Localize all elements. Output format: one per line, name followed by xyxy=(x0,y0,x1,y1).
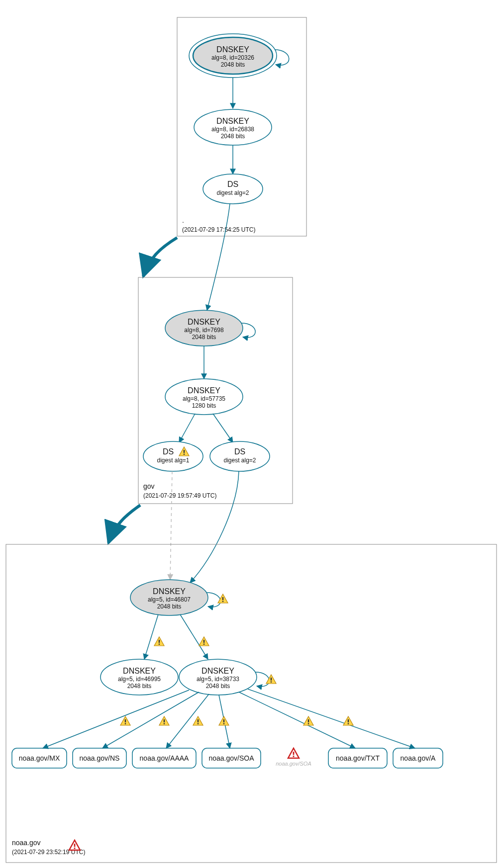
rrset-txt[interactable]: noaa.gov/TXT xyxy=(328,748,387,768)
node-root-ksk[interactable]: DNSKEY alg=8, id=20326 2048 bits xyxy=(189,34,277,78)
warning-icon xyxy=(303,716,313,725)
edge-noaaksk-zsk1 xyxy=(144,614,158,659)
rrset-ns[interactable]: noaa.gov/NS xyxy=(73,748,126,768)
svg-text:alg=8, id=26838: alg=8, id=26838 xyxy=(211,126,254,133)
svg-text:DS: DS xyxy=(234,447,245,456)
svg-text:alg=5, id=46995: alg=5, id=46995 xyxy=(118,676,161,683)
svg-text:alg=8, id=7698: alg=8, id=7698 xyxy=(184,327,224,334)
dnssec-graph: . (2021-07-29 17:54:25 UTC) DNSKEY alg=8… xyxy=(0,0,503,868)
zone-label-root: . xyxy=(182,216,184,224)
svg-text:alg=5, id=38733: alg=5, id=38733 xyxy=(197,676,239,683)
edge-rootds-govksk xyxy=(207,204,230,310)
svg-text:noaa.gov/TXT: noaa.gov/TXT xyxy=(336,754,380,762)
svg-text:noaa.gov/SOA: noaa.gov/SOA xyxy=(208,754,254,762)
svg-text:DS: DS xyxy=(163,447,174,456)
svg-text:2048 bits: 2048 bits xyxy=(221,133,245,140)
warning-icon xyxy=(199,637,209,646)
node-root-zsk[interactable]: DNSKEY alg=8, id=26838 2048 bits xyxy=(194,109,272,145)
delegation-root-to-gov xyxy=(143,238,177,276)
zone-timestamp-gov: (2021-07-29 19:57:49 UTC) xyxy=(143,492,216,499)
delegation-gov-to-noaa xyxy=(108,505,140,543)
node-noaa-zsk1[interactable]: DNSKEY alg=5, id=46995 2048 bits xyxy=(101,659,178,695)
warning-icon xyxy=(343,716,353,725)
svg-text:2048 bits: 2048 bits xyxy=(206,683,230,690)
svg-text:alg=8, id=57735: alg=8, id=57735 xyxy=(183,395,225,402)
edge-govzsk-ds2 xyxy=(213,414,233,442)
node-noaa-ksk[interactable]: DNSKEY alg=5, id=46807 2048 bits xyxy=(130,580,208,615)
edge-zsk2-mx xyxy=(43,690,189,748)
edge-zsk2-ns xyxy=(102,692,199,748)
error-icon xyxy=(69,840,80,850)
svg-text:2048 bits: 2048 bits xyxy=(157,603,182,610)
warning-icon xyxy=(193,716,203,725)
svg-text:noaa.gov/A: noaa.gov/A xyxy=(401,754,436,762)
edge-zsk2-txt xyxy=(239,692,355,748)
svg-text:digest alg=2: digest alg=2 xyxy=(216,189,249,196)
svg-text:digest alg=1: digest alg=1 xyxy=(157,457,189,464)
svg-text:DNSKEY: DNSKEY xyxy=(201,667,234,675)
zone-label-gov: gov xyxy=(143,482,155,490)
rrset-a[interactable]: noaa.gov/A xyxy=(393,748,443,768)
svg-point-13 xyxy=(203,174,263,204)
svg-point-24 xyxy=(143,441,203,471)
node-gov-ds1[interactable]: DS digest alg=1 xyxy=(143,441,203,471)
svg-text:noaa.gov/MX: noaa.gov/MX xyxy=(19,754,60,762)
svg-text:alg=5, id=46807: alg=5, id=46807 xyxy=(148,596,191,603)
rrset-aaaa[interactable]: noaa.gov/AAAA xyxy=(132,748,196,768)
self-loop-noaa-zsk2 xyxy=(255,672,269,687)
self-loop-noaa-ksk xyxy=(206,593,220,607)
warning-icon xyxy=(219,716,229,725)
rrset-soa-error[interactable]: noaa.gov/SOA xyxy=(276,748,311,767)
rrset-soa[interactable]: noaa.gov/SOA xyxy=(202,748,261,768)
svg-text:DS: DS xyxy=(227,180,238,188)
zone-label-noaa: noaa.gov xyxy=(12,839,41,847)
svg-text:2048 bits: 2048 bits xyxy=(192,334,216,341)
node-gov-ksk[interactable]: DNSKEY alg=8, id=7698 2048 bits xyxy=(165,310,243,346)
svg-point-27 xyxy=(210,441,270,471)
svg-text:DNSKEY: DNSKEY xyxy=(188,318,220,326)
edge-govds2-noaaksk xyxy=(190,471,239,583)
svg-text:1280 bits: 1280 bits xyxy=(192,402,216,409)
svg-text:DNSKEY: DNSKEY xyxy=(123,667,156,675)
edge-govzsk-ds1 xyxy=(179,414,195,442)
error-icon xyxy=(288,748,299,758)
svg-text:DNSKEY: DNSKEY xyxy=(216,117,249,125)
svg-text:DNSKEY: DNSKEY xyxy=(153,587,186,596)
self-loop-gov-ksk xyxy=(241,323,255,338)
edge-zsk2-a xyxy=(248,689,415,748)
svg-text:noaa.gov/NS: noaa.gov/NS xyxy=(80,754,120,762)
edge-zsk2-aaaa xyxy=(166,694,209,748)
svg-text:noaa.gov/AAAA: noaa.gov/AAAA xyxy=(140,754,190,762)
zone-box-noaa xyxy=(6,544,497,863)
zone-timestamp-root: (2021-07-29 17:54:25 UTC) xyxy=(182,226,255,233)
warning-icon xyxy=(218,594,228,603)
svg-text:DNSKEY: DNSKEY xyxy=(216,45,249,54)
svg-text:2048 bits: 2048 bits xyxy=(221,61,245,68)
svg-text:digest alg=2: digest alg=2 xyxy=(223,457,256,464)
svg-text:noaa.gov/SOA: noaa.gov/SOA xyxy=(276,761,311,767)
svg-text:DNSKEY: DNSKEY xyxy=(188,386,220,395)
rrset-mx[interactable]: noaa.gov/MX xyxy=(12,748,67,768)
warning-icon xyxy=(120,716,130,725)
svg-text:2048 bits: 2048 bits xyxy=(127,683,152,690)
warning-icon xyxy=(266,675,276,684)
node-root-ds[interactable]: DS digest alg=2 xyxy=(203,174,263,204)
node-gov-zsk[interactable]: DNSKEY alg=8, id=57735 1280 bits xyxy=(165,379,243,415)
warning-icon xyxy=(154,637,164,646)
node-noaa-zsk2[interactable]: DNSKEY alg=5, id=38733 2048 bits xyxy=(179,659,257,695)
node-gov-ds2[interactable]: DS digest alg=2 xyxy=(210,441,270,471)
edge-govds1-noaaksk xyxy=(170,471,172,580)
warning-icon xyxy=(159,716,169,725)
svg-text:alg=8, id=20326: alg=8, id=20326 xyxy=(211,54,254,61)
